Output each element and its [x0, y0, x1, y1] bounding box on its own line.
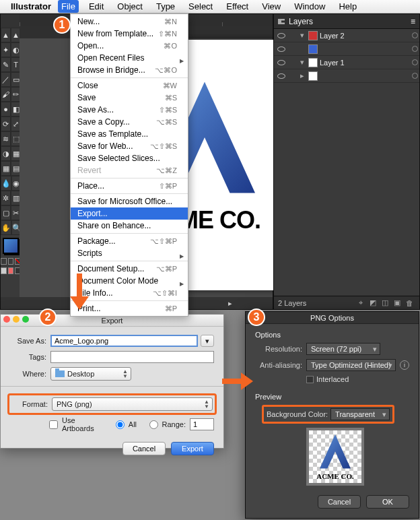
twirl-icon[interactable]: ▾ [298, 31, 306, 40]
visibility-toggle-icon[interactable] [274, 45, 289, 53]
info-icon[interactable]: i [400, 360, 409, 370]
range-radio[interactable] [149, 420, 158, 429]
format-select[interactable]: PNG (png)▲▼ [52, 397, 213, 411]
target-icon[interactable] [410, 59, 419, 67]
blob-brush-tool[interactable]: ● [1, 102, 11, 117]
menu-view[interactable]: View [258, 0, 284, 13]
interlaced-checkbox[interactable] [306, 376, 314, 383]
line-tool[interactable]: ／ [1, 72, 11, 87]
create-sublayer-icon[interactable]: ◫ [379, 298, 391, 307]
background-color-label: Background Color: [267, 410, 328, 418]
shape-builder-tool[interactable]: ◑ [1, 146, 11, 161]
visibility-toggle-icon[interactable] [274, 32, 289, 40]
close-window-icon[interactable] [3, 316, 10, 323]
layer-name: Layer 1 [320, 59, 410, 67]
selection-tool[interactable]: ▲ [1, 28, 11, 42]
file-menu-item[interactable]: Save as Template... [71, 128, 188, 140]
eyedropper-tool[interactable]: 💧 [1, 176, 11, 191]
menu-file[interactable]: File [58, 0, 79, 13]
file-menu-item[interactable]: New...⌘N [71, 15, 188, 28]
png-cancel-button[interactable]: Cancel [318, 495, 361, 509]
menu-type[interactable]: Type [153, 0, 178, 13]
export-cancel-button[interactable]: Cancel [123, 442, 166, 455]
tags-input[interactable] [50, 351, 214, 363]
layer-row[interactable] [274, 42, 419, 56]
twirl-icon[interactable]: ▾ [298, 58, 306, 67]
export-dialog-title: Export [102, 317, 123, 325]
layers-panel: Layers≡ ▾Layer 2▾Layer 1▸ 2 Layers ⌖ ◩ ◫… [273, 13, 420, 310]
rotate-tool[interactable]: ⟳ [1, 117, 11, 131]
file-menu-item[interactable]: Close⌘W [71, 79, 188, 92]
brush-tool[interactable]: 🖌 [1, 87, 11, 102]
target-icon[interactable] [410, 72, 419, 80]
visibility-toggle-icon[interactable] [274, 72, 289, 80]
all-label: All [129, 420, 137, 428]
minimize-window-icon[interactable] [13, 316, 20, 323]
draw-normal-icon[interactable] [1, 267, 7, 274]
twirl-icon[interactable]: ▸ [298, 71, 306, 80]
pen-tool[interactable]: ✎ [1, 57, 11, 72]
layer-row[interactable]: ▾Layer 2 [274, 29, 419, 42]
menu-window[interactable]: Window [291, 0, 328, 13]
resolution-label: Resolution: [255, 345, 302, 353]
width-tool[interactable]: ≋ [1, 131, 11, 146]
target-icon[interactable] [410, 32, 419, 40]
gradient-mode-icon[interactable] [8, 258, 14, 265]
file-menu-item[interactable]: New from Template...⇧⌘N [71, 28, 188, 40]
hand-tool[interactable]: ✋ [1, 220, 11, 235]
anti-aliasing-label: Anti-aliasing: [255, 361, 302, 369]
target-icon[interactable] [410, 45, 419, 53]
anti-aliasing-select[interactable]: Type Optimized (Hinted) [306, 359, 396, 371]
delete-layer-icon[interactable]: 🗑 [403, 299, 415, 307]
menu-help[interactable]: Help [335, 0, 360, 13]
locate-object-icon[interactable]: ⌖ [355, 298, 367, 307]
draw-behind-icon[interactable] [8, 267, 14, 274]
file-menu-item[interactable]: Browse in Bridge...⌥⌘O [71, 64, 188, 76]
menu-edit[interactable]: Edit [85, 0, 107, 13]
export-confirm-button[interactable]: Export [171, 442, 214, 455]
new-layer-icon[interactable]: ▣ [391, 298, 403, 307]
menu-effect[interactable]: Effect [223, 0, 252, 13]
save-as-input[interactable] [50, 335, 198, 347]
symbol-sprayer-tool[interactable]: ✲ [1, 191, 11, 205]
use-artboards-checkbox[interactable] [49, 420, 58, 429]
layers-panel-footer: 2 Layers ⌖ ◩ ◫ ▣ 🗑 [274, 296, 419, 309]
magic-wand-tool[interactable]: ✦ [1, 42, 11, 57]
artboard-tool[interactable]: ▢ [1, 205, 11, 220]
zoom-window-icon[interactable] [22, 316, 29, 323]
file-menu-item[interactable]: Save for Microsoft Office... [71, 195, 188, 207]
file-menu-item[interactable]: Package...⌥⇧⌘P [71, 235, 188, 247]
file-menu-item[interactable]: Save⌘S [71, 92, 188, 104]
png-ok-button[interactable]: OK [366, 495, 409, 509]
fill-stroke-swatch[interactable] [3, 238, 19, 254]
make-clipping-mask-icon[interactable]: ◩ [367, 298, 379, 307]
color-mode-icon[interactable] [1, 258, 7, 265]
layer-row[interactable]: ▾Layer 1 [274, 56, 419, 69]
visibility-toggle-icon[interactable] [274, 59, 289, 67]
file-menu-item[interactable]: Save for Web...⌥⇧⌘S [71, 140, 188, 152]
layer-thumbnail [308, 44, 318, 54]
file-menu-item[interactable]: Place...⇧⌘P [71, 180, 188, 192]
layer-name: Layer 2 [320, 32, 410, 40]
mesh-tool[interactable]: ▦ [1, 161, 11, 176]
all-radio[interactable] [116, 420, 125, 429]
app-name[interactable]: Illustrator [11, 1, 51, 11]
layer-row[interactable]: ▸ [274, 69, 419, 83]
file-menu-item[interactable]: Open...⌘O [71, 40, 188, 52]
menu-object[interactable]: Object [114, 0, 146, 13]
file-menu-item[interactable]: Scripts [71, 247, 188, 259]
range-input[interactable] [190, 418, 214, 430]
history-dropdown-button[interactable]: ▾ [201, 335, 214, 347]
where-select[interactable]: Desktop▲▼ [50, 367, 131, 381]
file-menu-item[interactable]: Save a Copy...⌥⌘S [71, 116, 188, 128]
file-menu-item[interactable]: Save Selected Slices... [71, 152, 188, 164]
step-badge-2: 2 [39, 308, 57, 326]
file-menu-item[interactable]: Open Recent Files [71, 52, 188, 64]
background-color-select[interactable]: Transparent [330, 408, 390, 420]
resolution-select[interactable]: Screen (72 ppi) [306, 343, 380, 355]
menu-select[interactable]: Select [185, 0, 216, 13]
file-menu-item[interactable]: Export... [71, 207, 188, 220]
file-menu-item[interactable]: Share on Behance... [71, 220, 188, 232]
file-menu-item[interactable]: Save As...⇧⌘S [71, 104, 188, 116]
layers-panel-title[interactable]: Layers≡ [274, 14, 419, 29]
